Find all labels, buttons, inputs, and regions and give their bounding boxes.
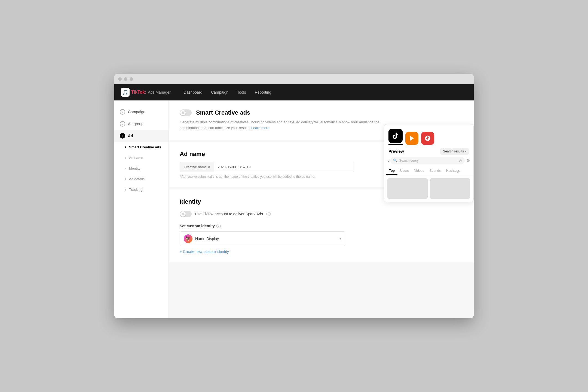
sidebar-subitem-smart-creative[interactable]: Smart Creative ads [114, 142, 169, 152]
search-results-chevron: ▾ [465, 150, 466, 153]
ad-name-tag[interactable]: Creative name × [180, 162, 214, 172]
smart-creative-desc: Generate multiple combinations of creati… [180, 120, 392, 131]
preview-placeholder-1 [387, 178, 428, 199]
ad-number-circle: 3 [120, 133, 125, 139]
nav-dashboard[interactable]: Dashboard [184, 90, 203, 94]
traffic-light-close[interactable] [118, 77, 122, 81]
other-app-icon[interactable] [421, 132, 434, 145]
nav-tools[interactable]: Tools [237, 90, 246, 94]
ad-name-value: 2023-05-08 18:57:19 [214, 162, 354, 172]
preview-placeholder-2 [430, 178, 470, 199]
nav-reporting[interactable]: Reporting [255, 90, 271, 94]
search-query-placeholder: Search query [399, 159, 418, 163]
sidebar-subitem-ad-name[interactable]: Ad name [114, 152, 169, 163]
ad-name-dot [125, 157, 126, 159]
create-identity-link[interactable]: + Create new custom identity [180, 249, 376, 254]
top-nav: 🎵 TikTok: Ads Manager Dashboard Campaign… [114, 84, 474, 100]
content-area: ✕ Smart Creative ads Generate multiple c… [169, 100, 474, 318]
tracking-dot [125, 189, 126, 191]
search-clear-icon[interactable]: ⊗ [459, 158, 462, 163]
tiktok-icon-underline [388, 144, 403, 145]
app-icons-row [384, 124, 473, 145]
search-input-wrapper[interactable]: 🔍 Search query ⊗ [390, 157, 465, 164]
ad-details-dot [125, 178, 126, 180]
smart-creative-toggle[interactable]: ✕ [180, 109, 192, 116]
cat-tab-top[interactable]: Top [386, 167, 397, 175]
search-category-tabs: Top Users Videos Sounds Hashtags [384, 167, 473, 175]
sidebar-subitem-tracking[interactable]: Tracking [114, 184, 169, 195]
tiktok-app-icon[interactable] [388, 129, 403, 143]
smart-creative-title: Smart Creative ads [196, 109, 250, 116]
search-bar: ‹ 🔍 Search query ⊗ ⚙ [384, 157, 473, 167]
nav-campaign[interactable]: Campaign [211, 90, 228, 94]
sidebar-item-campaign[interactable]: ✓ Campaign [114, 106, 169, 118]
smart-creative-header: ✕ Smart Creative ads [180, 109, 463, 116]
spark-toggle-x: ✕ [180, 211, 186, 217]
custom-identity-help-icon[interactable]: ? [216, 224, 221, 228]
spark-ads-toggle[interactable]: ✕ [180, 211, 192, 217]
custom-identity-label: Set custom identity ? [180, 224, 376, 228]
ad-group-check: ✓ [120, 121, 125, 127]
cat-tab-users[interactable]: Users [397, 167, 411, 175]
smart-creative-dot [125, 146, 126, 148]
brand: 🎵 TikTok: Ads Manager [121, 88, 171, 97]
main-layout: ✓ Campaign ✓ Ad group 3 Ad Smart Creativ… [114, 100, 474, 318]
search-results-tab[interactable]: Search results ▾ [440, 148, 469, 155]
sidebar-subitem-identity[interactable]: Identity [114, 163, 169, 174]
spark-ads-row: ✕ Use TikTok account to deliver Spark Ad… [180, 211, 376, 217]
cat-tab-sounds[interactable]: Sounds [427, 167, 443, 175]
search-magnifier-icon: 🔍 [393, 158, 397, 163]
title-bar [114, 74, 474, 84]
campaign-check: ✓ [120, 109, 125, 115]
identity-dot [125, 168, 126, 169]
cat-tab-hashtags[interactable]: Hashtags [443, 167, 463, 175]
traffic-light-minimize[interactable] [124, 77, 127, 81]
spark-ads-label: Use TikTok account to deliver Spark Ads [195, 212, 263, 216]
brand-logo: 🎵 [121, 88, 130, 97]
search-filter-icon[interactable]: ⚙ [466, 158, 470, 163]
brand-name: TikTok: [131, 90, 146, 95]
sidebar: ✓ Campaign ✓ Ad group 3 Ad Smart Creativ… [114, 100, 169, 318]
preview-tab[interactable]: Preview [388, 149, 438, 154]
preview-tab-bar: Preview Search results ▾ [384, 145, 473, 157]
sidebar-item-ad[interactable]: 3 Ad [114, 130, 169, 142]
app-window: 🎵 TikTok: Ads Manager Dashboard Campaign… [114, 74, 474, 318]
toggle-x-icon: ✕ [180, 110, 186, 115]
traffic-light-maximize[interactable] [130, 77, 133, 81]
identity-dropdown-arrow: ▾ [339, 237, 341, 241]
preview-content-grid [384, 175, 473, 202]
sidebar-subitem-ad-details[interactable]: Ad details [114, 174, 169, 184]
sidebar-item-ad-group[interactable]: ✓ Ad group [114, 118, 169, 130]
cat-tab-videos[interactable]: Videos [411, 167, 427, 175]
learn-more-link[interactable]: Learn more [251, 126, 269, 130]
preview-panel: Preview Search results ▾ ‹ 🔍 Search quer… [384, 124, 474, 202]
pangle-app-icon[interactable] [405, 132, 418, 145]
identity-dropdown[interactable]: 🦅 Name Display ▾ [180, 231, 345, 246]
spark-ads-help-icon[interactable]: ? [266, 212, 271, 216]
identity-section: Identity ✕ Use TikTok account to deliver… [169, 189, 474, 262]
brand-sub: Ads Manager [148, 90, 170, 94]
identity-name: Name Display [195, 237, 337, 241]
ad-name-field[interactable]: Creative name × 2023-05-08 18:57:19 [180, 162, 354, 172]
identity-title: Identity [180, 198, 376, 205]
back-arrow-icon[interactable]: ‹ [387, 158, 389, 163]
identity-avatar: 🦅 [184, 234, 192, 243]
